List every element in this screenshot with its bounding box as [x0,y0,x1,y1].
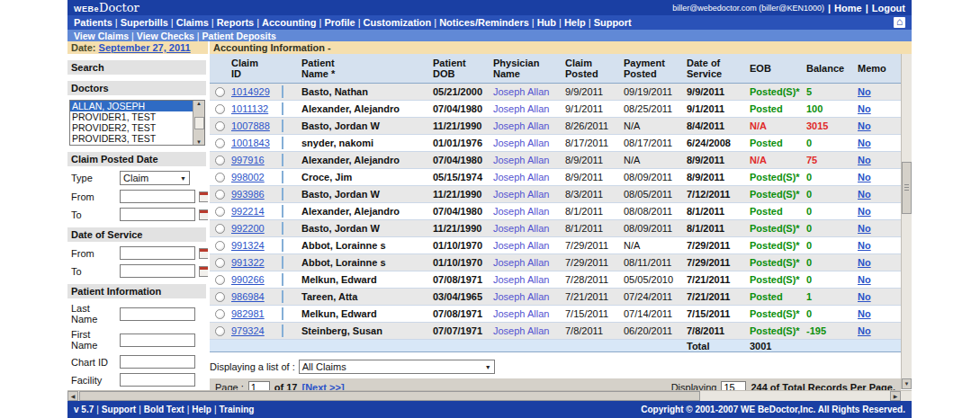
claim-id-link[interactable]: 991322 [231,257,265,268]
row-select-radio[interactable] [215,173,225,182]
claim-id-link[interactable]: 1007888 [231,120,270,131]
menu-item-support[interactable]: Support [594,17,632,28]
menu-item-profile[interactable]: Profile [324,17,355,28]
menu-item-help[interactable]: Help [564,17,586,28]
doctor-option-provider1-test[interactable]: PROVIDER1, TEST [70,111,204,122]
row-select-radio[interactable] [215,326,225,336]
logout-link[interactable]: Logout [872,3,905,13]
memo-link[interactable]: No [858,223,871,234]
doctor-option-provider3-test[interactable]: PROVIDER3, TEST [70,133,204,144]
dos-from-input[interactable] [120,246,195,260]
claim-id-link[interactable]: 991324 [231,240,265,251]
chart-id-input[interactable] [120,355,195,369]
row-select-radio[interactable] [215,121,225,131]
memo-link[interactable]: No [858,240,871,251]
claim-id-link[interactable]: 992200 [231,223,265,234]
claim-type-select[interactable]: Claim ▼ [120,171,190,185]
menu-item-hub[interactable]: Hub [537,17,556,28]
scrollbar-thumb[interactable] [79,391,700,401]
footer-link-v-5-7[interactable]: v 5.7 [74,405,94,414]
scroll-right-icon[interactable]: ▶ [890,391,901,401]
row-select-radio[interactable] [215,190,225,200]
claim-id-link[interactable]: 993986 [231,189,265,200]
doctor-option-provider2-test[interactable]: PROVIDER2, TEST [70,122,204,133]
date-link[interactable]: September 27, 2011 [99,42,191,53]
claim-id-link[interactable]: 990266 [231,274,265,285]
claim-id-link[interactable]: 979324 [231,325,265,336]
claims-filter-select[interactable]: All Claims ▼ [299,360,495,374]
claim-id-link[interactable]: 997916 [231,155,265,165]
memo-link[interactable]: No [858,189,871,200]
claim-id-link[interactable]: 986984 [231,291,265,302]
memo-link[interactable]: No [858,155,871,165]
menu-item-accounting[interactable]: Accounting [262,17,317,28]
footer-link-support[interactable]: Support [102,405,136,414]
row-select-radio[interactable] [215,241,225,251]
row-select-radio[interactable] [215,309,225,319]
menu-item-superbills[interactable]: Superbills [121,17,168,28]
memo-link[interactable]: No [858,257,871,268]
vertical-scrollbar[interactable]: ▼ [901,54,912,389]
facility-input[interactable] [120,373,195,387]
cpd-to-input[interactable] [120,208,195,221]
memo-link[interactable]: No [858,103,871,114]
calendar-icon[interactable] [199,248,208,259]
calendar-icon[interactable] [199,209,208,220]
row-select-radio[interactable] [215,258,225,268]
row-select-radio[interactable] [215,292,225,302]
memo-link[interactable]: No [858,120,871,131]
row-select-radio[interactable] [215,156,225,165]
dos-to-input[interactable] [120,264,195,278]
row-select-radio[interactable] [215,87,225,97]
memo-link[interactable]: No [858,206,871,217]
claim-id-link[interactable]: 998002 [231,172,265,182]
footer-link-help[interactable]: Help [192,405,211,414]
footer-link-training[interactable]: Training [220,405,255,414]
menu-item-reports[interactable]: Reports [217,17,255,28]
submenu-item-patient-deposits[interactable]: Patient Deposits [202,31,276,41]
claim-id-link[interactable]: 1001843 [231,138,270,148]
memo-link[interactable]: No [858,308,871,319]
submenu-item-view-claims[interactable]: View Claims [74,31,129,41]
menu-item-customization[interactable]: Customization [364,17,432,28]
menu-item-patients[interactable]: Patients [74,17,112,28]
doctors-listbox[interactable]: ALLAN, JOSEPHPROVIDER1, TESTPROVIDER2, T… [69,100,205,146]
memo-link[interactable]: No [858,325,871,336]
memo-link[interactable]: No [858,274,871,285]
doctor-option-allan-joseph[interactable]: ALLAN, JOSEPH [70,101,204,111]
last-name-input[interactable] [120,307,195,321]
claim-id-link[interactable]: 982981 [231,308,265,319]
menu-item-claims[interactable]: Claims [176,17,209,28]
row-select-radio[interactable] [215,207,225,217]
row-select-radio[interactable] [215,104,225,114]
claim-id-link[interactable]: 1011132 [231,103,268,114]
scroll-down-icon[interactable]: ▼ [196,139,202,145]
row-select-radio[interactable] [215,224,225,234]
scroll-up-icon[interactable]: ▲ [196,101,202,106]
memo-link[interactable]: No [858,172,871,182]
memo-link[interactable]: No [858,138,871,148]
memo-cell: No [858,308,901,319]
menu-item-notices-reminders[interactable]: Notices/Reminders [439,17,529,28]
calendar-icon[interactable] [199,266,208,277]
row-select-radio[interactable] [215,138,225,148]
home-icon[interactable]: ⌂ [894,17,905,28]
claim-id-link[interactable]: 992214 [231,206,265,217]
claim-flag-cell [282,103,301,114]
scrollbar-thumb[interactable] [194,117,204,129]
scroll-down-icon[interactable]: ▼ [902,378,912,389]
home-link[interactable]: Home [834,3,862,13]
submenu-item-view-checks[interactable]: View Checks [137,31,194,41]
memo-link[interactable]: No [858,86,871,97]
claim-id-link[interactable]: 1014929 [231,86,270,97]
scroll-left-icon[interactable]: ◀ [67,391,78,401]
row-select-radio[interactable] [215,275,225,285]
footer-link-bold-text[interactable]: Bold Text [144,405,184,414]
memo-link[interactable]: No [858,291,871,302]
cpd-from-input[interactable] [120,190,195,203]
scrollbar-thumb[interactable] [902,162,912,214]
horizontal-scrollbar[interactable]: ◀ ▶ [67,390,912,401]
first-name-input[interactable] [120,334,195,347]
listbox-scrollbar[interactable]: ▲ ▼ [193,101,204,145]
calendar-icon[interactable] [199,191,208,202]
